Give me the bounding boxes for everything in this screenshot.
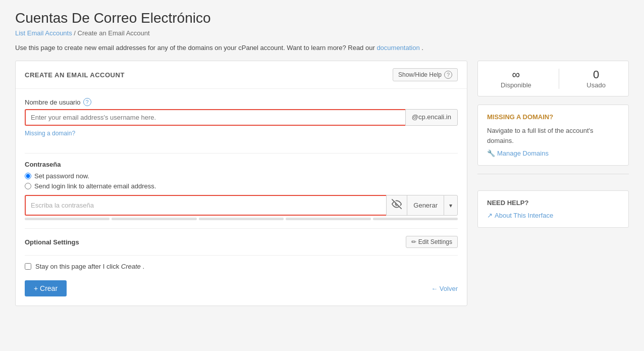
right-panel: ∞ Disponible 0 Usado MISSING A DOMAIN? N…	[477, 61, 629, 228]
about-interface-label: About This Interface	[495, 212, 553, 219]
password-input-row: Generar ▾	[25, 195, 458, 216]
stay-on-page-checkbox[interactable]	[25, 263, 31, 270]
strength-segment-2	[112, 218, 196, 220]
breadcrumb-current: Create an Email Account	[78, 29, 150, 37]
eye-slash-icon	[392, 201, 402, 211]
available-label: Disponible	[501, 81, 531, 89]
stats-divider	[559, 69, 559, 89]
strength-bar	[25, 218, 458, 220]
optional-settings-title: Optional Settings	[25, 238, 79, 246]
radio-send-link-input[interactable]	[25, 183, 31, 189]
about-interface-link[interactable]: ↗ About This Interface	[487, 212, 619, 219]
optional-settings-header: Optional Settings ✏ Edit Settings	[25, 236, 458, 248]
missing-domain-description: Navigate to a full list of the account's…	[487, 126, 619, 145]
available-stat: ∞ Disponible	[501, 68, 531, 89]
page-description: Use this page to create new email addres…	[15, 44, 629, 52]
strength-segment-4	[286, 218, 370, 220]
manage-domains-label: Manage Domains	[497, 149, 549, 157]
create-button[interactable]: + Crear	[25, 280, 67, 296]
missing-domain-card: MISSING A DOMAIN? Navigate to a full lis…	[477, 105, 629, 166]
form-footer: + Crear ← Volver	[25, 275, 458, 296]
need-help-title: NEED HELP?	[487, 199, 619, 207]
strength-segment-1	[25, 218, 110, 220]
wrench-icon: 🔧	[487, 149, 495, 157]
radio-set-password[interactable]: Set password now.	[25, 172, 458, 180]
username-label: Nombre de usuario ?	[25, 98, 458, 106]
strength-segment-3	[199, 218, 284, 220]
form-panel-header: CREATE AN EMAIL ACCOUNT Show/Hide Help ?	[16, 61, 467, 89]
infinity-icon: ∞	[501, 68, 531, 81]
show-hide-help-label: Show/Hide Help	[398, 71, 442, 78]
need-help-card: NEED HELP? ↗ About This Interface	[477, 190, 629, 228]
documentation-link[interactable]: documentation	[377, 44, 419, 52]
back-button[interactable]: ← Volver	[431, 285, 458, 292]
missing-domain-link[interactable]: Missing a domain?	[25, 130, 75, 137]
edit-settings-label: Edit Settings	[418, 238, 452, 245]
generate-dropdown-button[interactable]: ▾	[444, 195, 458, 216]
domain-badge: @cp.encali.in	[405, 109, 458, 126]
chevron-down-icon: ▾	[449, 202, 452, 209]
breadcrumb-list-link[interactable]: List Email Accounts	[15, 29, 72, 37]
generate-label: Generar	[413, 202, 438, 209]
radio-send-link[interactable]: Send login link to alternate email addre…	[25, 182, 458, 190]
back-button-label: ← Volver	[431, 285, 458, 292]
stats-box: ∞ Disponible 0 Usado	[477, 61, 629, 96]
pencil-icon: ✏	[411, 238, 416, 245]
username-help-icon[interactable]: ?	[83, 98, 91, 106]
right-panel-divider	[477, 174, 629, 174]
used-stat: 0 Usado	[586, 68, 606, 89]
radio-set-password-label: Set password now.	[34, 172, 89, 180]
username-input[interactable]	[25, 109, 405, 126]
section-divider-1	[25, 153, 458, 154]
optional-settings-section: Optional Settings ✏ Edit Settings	[25, 228, 458, 248]
password-input[interactable]	[25, 195, 386, 216]
page-title: Cuentas De Correo Electrónico	[15, 10, 629, 26]
email-input-row: @cp.encali.in	[25, 109, 458, 126]
create-email-form-panel: CREATE AN EMAIL ACCOUNT Show/Hide Help ?…	[15, 61, 467, 306]
form-panel-title: CREATE AN EMAIL ACCOUNT	[25, 71, 125, 79]
used-label: Usado	[586, 81, 606, 89]
external-link-icon: ↗	[487, 212, 493, 219]
password-label: Contraseña	[25, 161, 458, 168]
stay-on-page-row: Stay on this page after I click Create .	[25, 255, 458, 275]
password-toggle-button[interactable]	[386, 195, 407, 216]
used-value: 0	[586, 68, 606, 81]
missing-domain-card-title: MISSING A DOMAIN?	[487, 113, 619, 121]
stay-on-page-text: Stay on this page after I click Create .	[35, 263, 144, 270]
create-button-label: + Crear	[34, 284, 58, 292]
generate-password-button[interactable]: Generar	[407, 195, 444, 216]
radio-set-password-input[interactable]	[25, 173, 31, 179]
strength-segment-5	[373, 218, 458, 220]
manage-domains-link[interactable]: 🔧 Manage Domains	[487, 149, 619, 157]
show-hide-help-button[interactable]: Show/Hide Help ?	[393, 68, 458, 81]
edit-settings-button[interactable]: ✏ Edit Settings	[406, 236, 458, 248]
help-circle-icon: ?	[444, 71, 452, 79]
radio-send-link-label: Send login link to alternate email addre…	[34, 182, 156, 190]
breadcrumb: List Email Accounts / Create an Email Ac…	[15, 29, 629, 37]
